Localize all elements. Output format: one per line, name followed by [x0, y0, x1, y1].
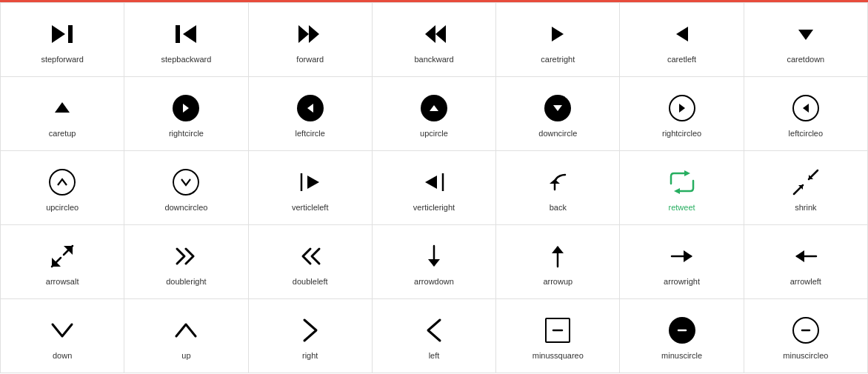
icon-cell-banckward[interactable]: banckward [373, 3, 496, 77]
icon-cell-verticleright[interactable]: verticleright [373, 151, 496, 225]
svg-marker-17 [803, 104, 809, 113]
minussquareo-label: minussquareo [533, 351, 584, 360]
left-label: left [429, 351, 440, 360]
svg-marker-13 [307, 104, 313, 113]
leftcircle-label: leftcircle [296, 129, 325, 138]
down-label: down [53, 351, 72, 360]
left-icon [424, 315, 444, 345]
icon-cell-minuscircle[interactable]: minuscircle [620, 299, 744, 373]
svg-marker-8 [552, 27, 564, 41]
stepforward-label: stepforward [41, 55, 83, 64]
svg-marker-4 [298, 25, 309, 43]
icon-cell-arrowdown[interactable]: arrowdown [373, 225, 496, 299]
icon-cell-leftcircleo[interactable]: leftcircleo [744, 77, 868, 151]
icon-cell-back[interactable]: back [496, 151, 620, 225]
arrowup-label: arrowup [543, 277, 572, 286]
arrowright-label: arrowright [664, 277, 700, 286]
icon-cell-arrowsalt[interactable]: arrowsalt [1, 225, 124, 299]
caretdown-label: caretdown [787, 55, 824, 64]
svg-marker-24 [674, 188, 680, 194]
svg-marker-19 [307, 176, 319, 189]
up-label: up [181, 351, 190, 360]
verticleright-icon [421, 167, 447, 197]
arrowright-icon [669, 241, 695, 271]
down-icon [50, 315, 75, 345]
icon-cell-downcircle[interactable]: downcircle [496, 77, 620, 151]
stepforward-icon [49, 19, 76, 49]
icon-cell-doubleright[interactable]: doubleright [124, 225, 248, 299]
icon-cell-minuscircleo[interactable]: minuscircleo [744, 299, 868, 373]
icon-cell-doubleleft[interactable]: doubleleft [249, 225, 373, 299]
downcircleo-label: downcircleo [164, 203, 207, 212]
forward-icon [297, 19, 324, 49]
icon-cell-caretup[interactable]: caretup [1, 77, 124, 151]
svg-marker-15 [553, 105, 562, 111]
icon-cell-arrowleft[interactable]: arrowleft [744, 225, 868, 299]
arrowdown-label: arrowdown [414, 277, 454, 286]
caretup-icon [52, 93, 73, 123]
icon-cell-caretright[interactable]: caretright [496, 3, 620, 77]
icon-cell-minussquareo[interactable]: minussquareo [496, 299, 620, 373]
icon-cell-right[interactable]: right [249, 299, 373, 373]
icon-cell-left[interactable]: left [373, 299, 496, 373]
icon-grid: stepforwardstepbackwardforwardbanckwardc… [0, 2, 868, 373]
svg-marker-6 [435, 25, 446, 43]
downcircleo-icon [173, 167, 199, 197]
banckward-label: banckward [414, 55, 453, 64]
doubleleft-label: doubleleft [293, 277, 328, 286]
icon-cell-forward[interactable]: forward [249, 3, 373, 77]
downcircle-label: downcircle [538, 129, 577, 138]
arrowsalt-icon [49, 241, 76, 271]
right-label: right [302, 351, 318, 360]
arrowsalt-label: arrowsalt [46, 277, 79, 286]
verticleright-label: verticleright [413, 203, 455, 212]
svg-marker-11 [55, 102, 70, 113]
right-icon [300, 315, 321, 345]
icon-cell-rightcircle[interactable]: rightcircle [124, 77, 248, 151]
stepbackward-icon [173, 19, 199, 49]
svg-marker-0 [52, 25, 65, 43]
leftcircleo-label: leftcircleo [789, 129, 823, 138]
caretleft-icon [672, 19, 692, 49]
minuscircle-label: minuscircle [661, 351, 702, 360]
svg-marker-34 [428, 259, 440, 267]
icon-cell-stepbackward[interactable]: stepbackward [124, 3, 248, 77]
rightcircle-label: rightcircle [169, 129, 204, 138]
downcircle-icon [544, 93, 571, 123]
icon-cell-upcircle[interactable]: upcircle [373, 77, 496, 151]
svg-marker-12 [183, 104, 189, 113]
doubleright-icon [173, 241, 199, 271]
up-icon [173, 315, 198, 345]
arrowdown-icon [424, 241, 444, 271]
upcircle-icon [421, 93, 447, 123]
forward-label: forward [296, 55, 324, 64]
leftcircle-icon [297, 93, 324, 123]
svg-rect-3 [176, 25, 180, 43]
icon-cell-downcircleo[interactable]: downcircleo [124, 151, 248, 225]
caretright-icon [547, 19, 568, 49]
svg-marker-22 [550, 179, 560, 184]
upcircleo-icon [49, 167, 76, 197]
icon-cell-leftcircle[interactable]: leftcircle [249, 77, 373, 151]
leftcircleo-icon [792, 93, 819, 123]
doubleright-label: doubleright [166, 277, 206, 286]
retweet-label: retweet [669, 203, 695, 212]
icon-cell-shrink[interactable]: shrink [744, 151, 868, 225]
caretright-label: caretright [541, 55, 575, 64]
icon-cell-arrowright[interactable]: arrowright [620, 225, 744, 299]
icon-cell-down[interactable]: down [1, 299, 124, 373]
icon-cell-caretdown[interactable]: caretdown [744, 3, 868, 77]
caretleft-label: caretleft [667, 55, 696, 64]
icon-cell-up[interactable]: up [124, 299, 248, 373]
svg-marker-5 [309, 25, 319, 43]
back-icon [544, 167, 571, 197]
icon-cell-verticleleft[interactable]: verticleleft [249, 151, 373, 225]
icon-cell-retweet[interactable]: retweet [620, 151, 744, 225]
icon-cell-upcircleo[interactable]: upcircleo [1, 151, 124, 225]
svg-marker-9 [676, 27, 688, 41]
icon-cell-arrowup[interactable]: arrowup [496, 225, 620, 299]
icon-cell-caretleft[interactable]: caretleft [620, 3, 744, 77]
icon-cell-rightcircleo[interactable]: rightcircleo [620, 77, 744, 151]
icon-cell-stepforward[interactable]: stepforward [1, 3, 124, 77]
svg-marker-16 [679, 104, 685, 113]
